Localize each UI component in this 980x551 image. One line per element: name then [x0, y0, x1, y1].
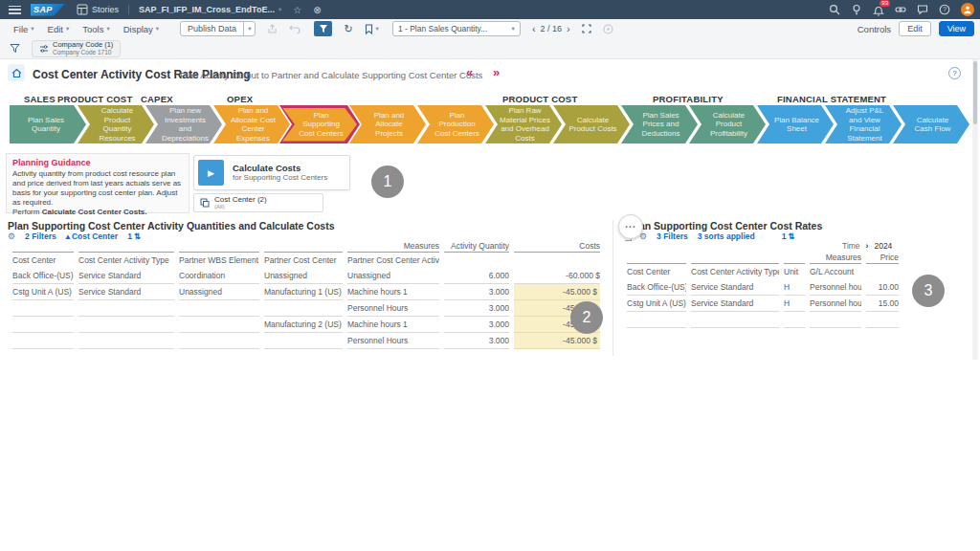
cell-qty[interactable]: 6.000 — [444, 268, 509, 284]
close-story-icon[interactable]: ⊗ — [313, 5, 321, 15]
play-icon: ▶ — [198, 160, 224, 186]
vertical-scrollbar[interactable] — [972, 59, 978, 360]
publish-dropdown-icon[interactable]: ▾ — [243, 22, 255, 35]
notifications-bell-icon[interactable]: 93 — [873, 4, 884, 15]
insights-lightbulb-icon[interactable] — [851, 4, 862, 15]
empty-row — [627, 312, 899, 328]
fullscreen-icon[interactable] — [582, 24, 591, 33]
cell-partner-wbs: Coordination — [179, 268, 259, 284]
cost-center-selector[interactable]: Cost Center (2) (All) — [193, 193, 323, 212]
stories-breadcrumb[interactable]: Stories — [77, 4, 119, 15]
cell-activity-type: Service Standard — [691, 296, 779, 312]
cell-activity-type — [78, 300, 174, 317]
bookmark-icon[interactable]: ▾ — [365, 24, 379, 34]
sort-icon: ⇅ — [788, 231, 794, 241]
col-costs[interactable]: Costs — [514, 239, 600, 253]
table-row: Personnel Hours 3.000 -45.000 $ — [12, 300, 600, 317]
refresh-icon[interactable]: ↻ — [344, 23, 352, 35]
page-navigation: ‹ 2 / 16 › — [532, 23, 570, 34]
search-icon[interactable] — [829, 4, 840, 15]
right-sorts-link[interactable]: 3 sorts applied — [698, 231, 755, 241]
col-partner-ccat[interactable]: Partner Cost Center Activity Type — [347, 253, 439, 268]
cell-cost-center: Back Office-(US) — [627, 279, 686, 296]
planning-guidance-title: Planning Guidance — [12, 158, 183, 167]
menu-display[interactable]: Display▾ — [123, 24, 159, 34]
cell-costs-highlighted[interactable]: -45.000 $ — [514, 284, 600, 300]
cell-gl-account: Personnel hours — [810, 279, 861, 296]
cell-partner-ccat: Machine hours 1 — [347, 317, 439, 333]
menu-edit[interactable]: Edit▾ — [48, 24, 70, 34]
help-icon[interactable]: ? — [939, 4, 950, 15]
undo-icon — [289, 24, 301, 33]
annotation-badge-3: 3 — [912, 275, 945, 307]
cell-partner-ccat: Unassigned — [347, 268, 439, 284]
process-step-plan-sales-quantity[interactable]: Plan Sales Quantity — [8, 105, 88, 143]
cell-qty[interactable]: 3.000 — [444, 300, 509, 317]
prev-page-icon[interactable]: ‹ — [532, 23, 536, 34]
time-dimension-row: Time › 2024 — [842, 241, 892, 251]
home-button[interactable] — [8, 64, 25, 81]
col-activity-quantity[interactable]: Activity Quantity — [444, 239, 509, 253]
right-sort-link[interactable]: 1⇅ — [782, 231, 795, 241]
time-label: Time — [842, 241, 860, 251]
controls-label[interactable]: Controls — [858, 24, 891, 34]
favorite-star-icon[interactable]: ☆ — [293, 5, 301, 15]
dimension-header-row: Cost Center Cost Center Activity Type Pa… — [12, 253, 600, 268]
scrollbar-thumb[interactable] — [973, 61, 977, 124]
activity-quantities-table: Measures Activity Quantity Costs Cost Ce… — [8, 239, 605, 349]
export-icon — [267, 24, 278, 34]
filter-settings-icon[interactable] — [10, 40, 20, 57]
comments-icon[interactable] — [917, 4, 928, 15]
cell-qty[interactable]: 3.000 — [444, 317, 509, 333]
company-code-filter-chip[interactable]: Company Code (1) Company Code 1710 — [32, 40, 121, 57]
user-avatar[interactable] — [961, 3, 974, 16]
cell-qty[interactable]: 3.000 — [444, 284, 509, 300]
calculate-costs-button[interactable]: ▶ Calculate Costs for Supporting Cost Ce… — [193, 155, 350, 190]
right-filters-link[interactable]: 3 Filters — [657, 231, 688, 241]
col-cost-center[interactable]: Cost Center — [12, 253, 74, 268]
next-page-icon[interactable]: › — [567, 23, 570, 34]
widget-menu-button[interactable]: ... — [618, 214, 643, 239]
cell-activity-type: Service Standard — [78, 284, 174, 300]
document-title[interactable]: SAP_FI_IFP_IM_Cross_EndToE... — [139, 5, 275, 14]
menu-tools[interactable]: Tools▾ — [82, 24, 109, 34]
cell-partner-wbs — [179, 333, 259, 349]
next-step-icon[interactable]: » — [493, 65, 500, 79]
cell-qty[interactable]: 3.000 — [444, 333, 509, 349]
page-selector-dropdown[interactable]: 1 - Plan Sales Quantity... ▾ — [392, 21, 521, 36]
page-subtitle: Plan Activity Output to Partner and Calc… — [180, 70, 482, 80]
col-activity-type[interactable]: Cost Center Activity Type — [78, 253, 174, 268]
cell-activity-type: Service Standard — [691, 279, 779, 296]
shell-divider — [128, 5, 129, 14]
menu-file[interactable]: File▾ — [13, 24, 34, 34]
col-activity-type[interactable]: Cost Center Activity Type — [691, 264, 779, 279]
annotation-badge-1: 1 — [371, 165, 404, 198]
document-dropdown-icon[interactable]: ▾ — [278, 6, 281, 13]
view-mode-button[interactable]: View — [939, 21, 974, 36]
flow-group-capex: CAPEX — [141, 94, 173, 104]
cell-costs-highlighted[interactable]: -45.000 $ — [514, 333, 600, 349]
col-partner-wbs[interactable]: Partner WBS Element — [179, 253, 259, 268]
publish-data-button[interactable]: Publish Data ▾ — [180, 21, 256, 36]
col-gl-account[interactable]: G/L Account — [810, 264, 861, 279]
col-cost-center[interactable]: Cost Center — [627, 264, 686, 279]
edit-mode-button[interactable]: Edit — [899, 21, 931, 36]
filter-button-active[interactable] — [314, 21, 332, 36]
cost-rates-table: Measures Price Cost Center Cost Center A… — [622, 251, 903, 328]
cell-partner-cc: Unassigned — [264, 268, 343, 284]
col-price[interactable]: Price — [866, 251, 899, 264]
hamburger-menu-icon[interactable] — [9, 6, 21, 14]
page-help-icon[interactable]: ? — [948, 67, 961, 79]
cell-partner-wbs — [179, 317, 259, 333]
time-drill-icon[interactable]: › — [866, 241, 869, 251]
col-unit[interactable]: Unit — [784, 264, 805, 279]
share-link-icon[interactable] — [895, 4, 906, 15]
col-partner-cc[interactable]: Partner Cost Center — [264, 253, 343, 268]
cell-price[interactable]: 10.00 — [866, 279, 899, 296]
previous-step-icon[interactable]: « — [466, 65, 473, 79]
time-value[interactable]: 2024 — [874, 241, 892, 251]
shell-bar: SAP Stories SAP_FI_IFP_IM_Cross_EndToE..… — [0, 0, 980, 19]
cell-price[interactable]: 15.00 — [866, 296, 899, 312]
cell-partner-ccat: Machine hours 1 — [347, 284, 439, 300]
cell-costs[interactable]: -60.000 $ — [514, 268, 600, 284]
